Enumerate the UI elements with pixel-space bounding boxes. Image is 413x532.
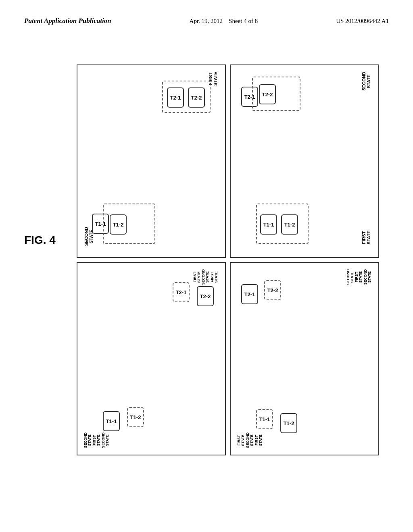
tl-t2-1-box: T2-1 <box>167 87 184 108</box>
diagram-area: FIRSTSTATE T2-1 T2-2 SECONDSTATE <box>77 64 391 488</box>
tr-bottom-state-label: FIRSTSTATE <box>361 231 371 244</box>
br-t2-1-box: T2-1 <box>241 284 258 304</box>
bl-bottom-state-3: SECONDSTATE <box>102 432 110 448</box>
panel-bottom-right: SECONDSTATE FIRSTSTATE SECONDSTATE T2-1 … <box>230 262 379 455</box>
panel-bottom-right-inner: SECONDSTATE FIRSTSTATE SECONDSTATE T2-1 … <box>234 266 375 451</box>
bl-top-state-2: SECONDSTATE <box>202 269 210 285</box>
br-t1-1-box: T1-1 <box>256 409 273 429</box>
bl-bottom-state-2: FIRSTSTATE <box>93 432 101 448</box>
panel-bottom-left: FIRSTSTATE SECONDSTATE FIRSTSTATE T2-1 T… <box>77 262 226 455</box>
bl-bottom-state-1: SECONDSTATE <box>84 432 92 448</box>
br-t2-2-box: T2-2 <box>264 280 281 300</box>
br-top-state-1: SECONDSTATE <box>346 269 355 285</box>
br-bottom-state-3: FIRSTSTATE <box>255 432 263 448</box>
panel-top-left-inner: FIRSTSTATE T2-1 T2-2 SECONDSTATE <box>81 69 222 254</box>
br-top-state-2: FIRSTSTATE <box>355 269 363 285</box>
tr-t1-group: T1-1 T1-2 <box>256 204 309 244</box>
figure-label: FIG. 4 <box>24 234 56 247</box>
page-header: Patent Application Publication Apr. 19, … <box>0 0 413 34</box>
publication-title: Patent Application Publication <box>24 16 111 26</box>
bl-t2-2-box: T2-2 <box>197 286 214 306</box>
tr-t2-group: T2-2 <box>252 77 300 111</box>
tr-t2-2-box: T2-2 <box>259 84 276 104</box>
bl-top-state-3: FIRSTSTATE <box>211 269 219 285</box>
bl-t2-1-box: T2-1 <box>173 282 190 302</box>
br-top-state-3: SECONDSTATE <box>364 269 372 285</box>
tl-t2-2-box: T2-2 <box>188 87 205 108</box>
quadrant-grid: FIRSTSTATE T2-1 T2-2 SECONDSTATE <box>77 64 379 455</box>
tl-t1-group: T1-2 <box>103 204 155 244</box>
tr-t1-2-box: T1-2 <box>281 214 298 235</box>
bl-top-state-1: FIRSTSTATE <box>193 269 201 285</box>
panel-top-left: FIRSTSTATE T2-1 T2-2 SECONDSTATE <box>77 64 226 258</box>
panel-bottom-left-inner: FIRSTSTATE SECONDSTATE FIRSTSTATE T2-1 T… <box>81 266 222 451</box>
br-bottom-state-2: SECONDSTATE <box>246 432 254 448</box>
tr-t1-1-box: T1-1 <box>260 214 277 235</box>
tr-top-state-label: SECONDSTATE <box>361 72 371 91</box>
tl-t1-2-box: T1-2 <box>110 214 127 235</box>
tl-t2-group: T2-1 T2-2 <box>162 81 211 113</box>
panel-top-right-inner: SECONDSTATE T2-1 T2-2 FIRSTSTATE <box>234 69 375 254</box>
panel-top-right: SECONDSTATE T2-1 T2-2 FIRSTSTATE <box>230 64 379 258</box>
br-bottom-state-1: FIRSTSTATE <box>237 432 245 448</box>
bl-t1-1-box: T1-1 <box>103 411 120 431</box>
br-t1-2-box: T1-2 <box>280 413 297 433</box>
publication-date-sheet: Apr. 19, 2012 Sheet 4 of 8 <box>190 16 258 26</box>
bl-t1-2-box: T1-2 <box>127 407 144 427</box>
patent-number: US 2012/0096442 A1 <box>336 16 389 26</box>
